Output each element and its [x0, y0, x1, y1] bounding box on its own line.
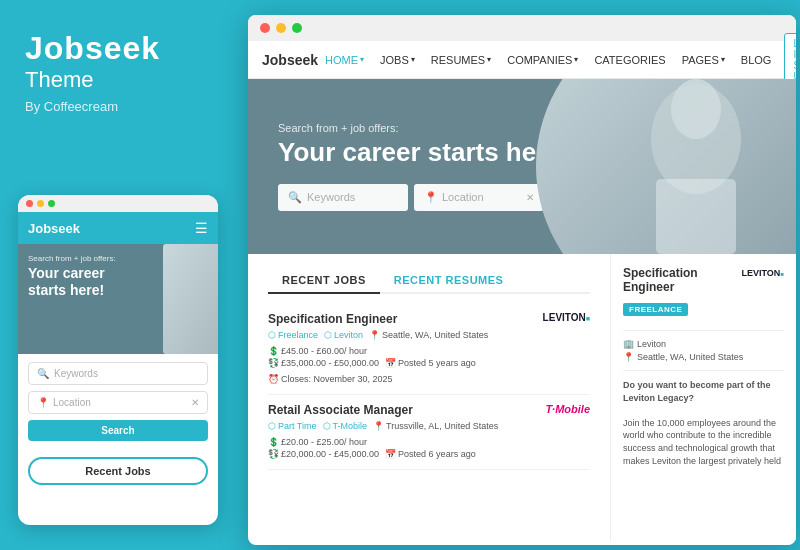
browser-dot-green	[292, 23, 302, 33]
mobile-nav-bar: Jobseek ☰	[18, 212, 218, 244]
side-panel: Specification Engineer FREELANCE LEVITON…	[611, 254, 796, 541]
mobile-hamburger-icon[interactable]: ☰	[195, 220, 208, 236]
side-company-meta: 🏢 Leviton	[623, 339, 784, 349]
hero-woman-silhouette	[566, 79, 766, 254]
job-tag-rate-2: 💲 £20.00 - £25.00/ hour	[268, 437, 367, 447]
job-title-1[interactable]: Specification Engineer	[268, 312, 397, 326]
job-tag-type-1: ⬡ Freelance	[268, 330, 318, 340]
side-logo: LEVITON■	[742, 268, 784, 278]
job-tag-salary-2: 💱 £20,000.00 - £45,000.00	[268, 449, 379, 459]
job-rate-icon-1: 💲	[268, 346, 279, 356]
job-type-icon-2: ⬡	[268, 421, 276, 431]
hero-search-icon: 🔍	[288, 191, 302, 204]
job-title-2[interactable]: Retail Associate Manager	[268, 403, 413, 417]
pages-chevron-icon: ▾	[721, 55, 725, 64]
job-meta-4: 💱 £20,000.00 - £45,000.00 📅 Posted 6 yea…	[268, 449, 590, 459]
side-description: Do you want to become part of the Levito…	[623, 379, 784, 467]
side-location-text: Seattle, WA, United States	[637, 352, 743, 362]
mobile-hero-small-text: Search from + job offers:	[28, 254, 208, 263]
svg-rect-2	[656, 179, 736, 254]
job-location-label-1: Seattle, WA, United States	[382, 330, 488, 340]
job-tag-location-2: 📍 Trussville, AL, United States	[373, 421, 498, 431]
job-salary-label-1: £35,000.00 - £50,000.00	[281, 358, 379, 368]
job-closes-icon-1: ⏰	[268, 374, 279, 384]
svg-point-1	[671, 79, 721, 139]
nav-item-jobs[interactable]: JOBS ▾	[373, 48, 422, 72]
brand-author: By Coffeecream	[25, 99, 220, 114]
mobile-search-icon: 🔍	[37, 368, 49, 379]
job-company-icon-1: ⬡	[324, 330, 332, 340]
mobile-location-cross-icon: ✕	[191, 397, 199, 408]
mobile-dot-yellow	[37, 200, 44, 207]
job-logo-1: LEVITON■	[543, 312, 590, 323]
left-panel: Jobseek Theme By Coffeecream Jobseek ☰ S…	[0, 0, 245, 550]
side-location-icon: 📍	[623, 352, 634, 362]
brand-subtitle: Theme	[25, 67, 220, 93]
tabs-row: RECENT JOBS RECENT RESUMES	[268, 268, 590, 294]
job-type-label-2: Part Time	[278, 421, 317, 431]
mobile-dot-green	[48, 200, 55, 207]
site-logo: Jobseek	[262, 52, 318, 68]
job-tag-company-2: ⬡ T-Mobile	[323, 421, 368, 431]
job-rate-icon-2: 💲	[268, 437, 279, 447]
job-type-icon-1: ⬡	[268, 330, 276, 340]
hero-keywords-input[interactable]: 🔍 Keywords	[278, 184, 408, 211]
nav-item-blog[interactable]: BLOG	[734, 48, 779, 72]
nav-item-pages[interactable]: PAGES ▾	[675, 48, 732, 72]
hero-location-input[interactable]: 📍 Location ✕	[414, 184, 544, 211]
job-salary-icon-1: 💱	[268, 358, 279, 368]
mobile-recent-jobs-button[interactable]: Recent Jobs	[28, 457, 208, 485]
site-nav: Jobseek HOME ▾ JOBS ▾ RESUMES ▾ COMPANIE…	[248, 41, 796, 79]
hero-location-icon: 📍	[424, 191, 438, 204]
mobile-keywords-input[interactable]: 🔍 Keywords	[28, 362, 208, 385]
browser-dot-red	[260, 23, 270, 33]
job-company-label-2: T-Mobile	[333, 421, 368, 431]
content-area: RECENT JOBS RECENT RESUMES Specification…	[248, 254, 796, 541]
hero-location-placeholder: Location	[442, 191, 484, 203]
job-type-label-1: Freelance	[278, 330, 318, 340]
home-chevron-icon: ▾	[360, 55, 364, 64]
side-divider-2	[623, 370, 784, 371]
mobile-dot-red	[26, 200, 33, 207]
tab-recent-resumes[interactable]: RECENT RESUMES	[380, 268, 518, 292]
mobile-keywords-placeholder: Keywords	[54, 368, 98, 379]
mobile-logo: Jobseek	[28, 221, 80, 236]
job-item-2: Retail Associate Manager T·Mobile ⬡ Part…	[268, 395, 590, 470]
job-company-icon-2: ⬡	[323, 421, 331, 431]
brand-title: Jobseek	[25, 30, 220, 67]
browser-dot-yellow	[276, 23, 286, 33]
mobile-location-icon: 📍	[37, 397, 49, 408]
job-tag-rate-1: 💲 £45.00 - £60.00/ hour	[268, 346, 367, 356]
mobile-chrome	[18, 195, 218, 212]
job-company-label-1: Leviton	[334, 330, 363, 340]
nav-item-resumes[interactable]: RESUMES ▾	[424, 48, 498, 72]
side-company-icon: 🏢	[623, 339, 634, 349]
job-meta-1: ⬡ Freelance ⬡ Leviton 📍 Seattle, WA, Uni…	[268, 330, 590, 356]
job-tag-location-1: 📍 Seattle, WA, United States	[369, 330, 488, 340]
mobile-search-button[interactable]: Search	[28, 420, 208, 441]
job-tag-posted-2: 📅 Posted 6 years ago	[385, 449, 476, 459]
job-tag-closes-1: ⏰ Closes: November 30, 2025	[268, 374, 393, 384]
tab-recent-jobs[interactable]: RECENT JOBS	[268, 268, 380, 294]
job-item-1: Specification Engineer LEVITON■ ⬡ Freela…	[268, 304, 590, 395]
browser-window: Jobseek HOME ▾ JOBS ▾ RESUMES ▾ COMPANIE…	[248, 15, 796, 545]
job-tag-salary-1: 💱 £35,000.00 - £50,000.00	[268, 358, 379, 368]
job-meta-3: ⬡ Part Time ⬡ T-Mobile 📍 Trussville, AL,…	[268, 421, 590, 447]
job-salary-icon-2: 💱	[268, 449, 279, 459]
job-location-icon-2: 📍	[373, 421, 384, 431]
nav-item-home[interactable]: HOME ▾	[318, 48, 371, 72]
side-company-name: Leviton	[637, 339, 666, 349]
side-job-title: Specification Engineer	[623, 266, 742, 294]
job-tag-posted-1: 📅 Posted 5 years ago	[385, 358, 476, 368]
mobile-location-input[interactable]: 📍 Location ✕	[28, 391, 208, 414]
nav-item-categories[interactable]: CATEGORIES	[587, 48, 672, 72]
hero-keywords-placeholder: Keywords	[307, 191, 355, 203]
mobile-location-placeholder: Location	[53, 397, 91, 408]
job-rate-label-2: £20.00 - £25.00/ hour	[281, 437, 367, 447]
nav-item-companies[interactable]: COMPANIES ▾	[500, 48, 585, 72]
side-location-meta: 📍 Seattle, WA, United States	[623, 352, 784, 362]
mobile-preview: Jobseek ☰ Search from + job offers: Your…	[18, 195, 218, 525]
side-divider-1	[623, 330, 784, 331]
side-job-badge: FREELANCE	[623, 303, 688, 316]
hero-location-clear-icon: ✕	[526, 192, 534, 203]
